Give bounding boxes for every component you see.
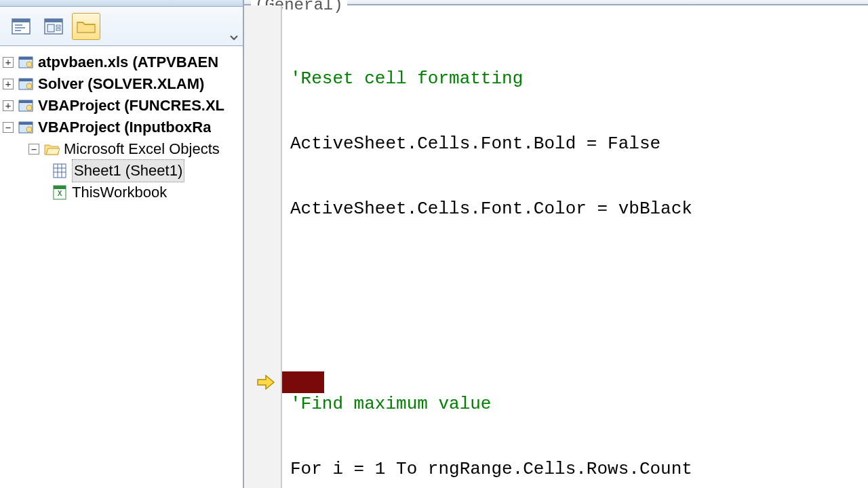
folder-icon [76,18,96,35]
code-line[interactable] [282,328,868,350]
pane-titlebar [0,0,243,7]
svg-rect-22 [54,164,66,178]
folder-open-icon [43,141,60,157]
code-line[interactable]: ActiveSheet.Cells.Font.Color = vbBlack [282,198,868,220]
svg-rect-20 [19,122,33,125]
code-line[interactable]: 'Reset cell formatting [282,68,868,89]
code-line[interactable]: 'Find maximum value [282,393,868,415]
project-item-label: VBAProject (FUNCRES.XL [38,95,224,117]
code-icon [12,18,31,35]
workbook-icon: X [52,184,68,201]
expand-icon[interactable]: + [3,79,14,89]
code-editor[interactable]: 'Reset cell formatting ActiveSheet.Cells… [282,5,868,488]
project-item-label: VBAProject (InputboxRa [38,117,211,138]
project-tree[interactable]: + atpvbaen.xls (ATPVBAEN + Solver (SOLVE… [0,46,243,209]
sheet-item-label: Sheet1 (Sheet1) [72,159,184,182]
svg-rect-8 [56,25,60,27]
chevron-down-icon [230,35,238,41]
collapse-icon[interactable]: − [28,144,39,155]
worksheet-icon [52,163,68,179]
project-explorer-pane: + atpvbaen.xls (ATPVBAEN + Solver (SOLVE… [0,0,244,488]
project-item-label: Solver (SOLVER.XLAM) [38,73,204,95]
code-line[interactable]: For i = 1 To rngRange.Cells.Rows.Count [282,458,868,480]
indicator-margin[interactable] [244,5,282,488]
code-line[interactable] [282,263,868,285]
toolbar-overflow-button[interactable] [228,32,240,44]
vba-project-icon [18,76,34,92]
project-item[interactable]: + VBAProject (FUNCRES.XL [3,95,240,117]
sheet-item[interactable]: Sheet1 (Sheet1) [3,160,240,182]
project-item[interactable]: + atpvbaen.xls (ATPVBAEN [3,52,240,73]
workbook-item-label: ThisWorkbook [72,182,167,203]
execution-arrow-icon [256,373,275,392]
vba-project-icon [18,119,34,136]
svg-rect-14 [19,79,33,81]
expand-icon[interactable]: + [3,100,14,111]
collapse-icon[interactable]: − [3,122,14,133]
folder-item-label: Microsoft Excel Objects [64,138,220,160]
view-code-button[interactable] [7,13,35,40]
toggle-folders-button[interactable] [72,13,100,40]
svg-rect-1 [12,19,30,22]
vba-project-icon [18,54,34,70]
svg-text:X: X [58,190,62,197]
svg-rect-28 [54,186,66,189]
project-item[interactable]: + Solver (SOLVER.XLAM) [3,73,240,95]
project-item-label: atpvbaen.xls (ATPVBAEN [38,52,218,73]
project-item[interactable]: − VBAProject (InputboxRa [3,117,240,138]
folder-item[interactable]: − Microsoft Excel Objects [3,138,240,160]
code-window: (General) 'Reset cell formatting ActiveS… [244,0,868,488]
svg-rect-9 [56,28,60,30]
svg-rect-7 [47,24,54,32]
svg-rect-11 [19,57,33,60]
expand-icon[interactable]: + [3,57,14,68]
object-icon [44,18,63,35]
svg-point-12 [26,62,32,67]
svg-rect-6 [45,19,62,22]
svg-point-15 [26,83,32,89]
code-line[interactable]: ActiveSheet.Cells.Font.Bold = False [282,133,868,155]
workbook-item[interactable]: X ThisWorkbook [3,182,240,203]
view-object-button[interactable] [39,13,68,40]
svg-point-21 [26,127,32,132]
svg-point-18 [26,105,32,110]
project-explorer-toolbar [0,7,243,46]
vba-project-icon [18,98,34,114]
svg-rect-17 [19,100,33,103]
